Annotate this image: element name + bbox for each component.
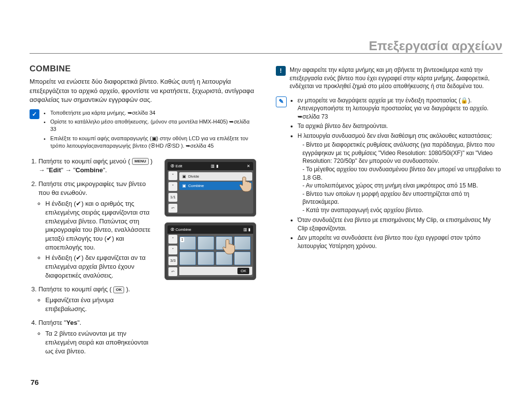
ok-badge-icon: OK: [113, 286, 124, 293]
back-button[interactable]: ⤺: [168, 204, 177, 213]
fig1-title: Edit: [175, 164, 182, 168]
chapter-title: Επεξεργασία αρχείων: [369, 38, 502, 54]
device-screenshot-edit: ⦿ Edit ▥ ▮ ✕ ˄ ˅ 1/1 ⤺: [165, 159, 256, 217]
warning-text: Μην αφαιρείτε την κάρτα μνήμης και μη σβ…: [290, 66, 502, 91]
menu-item-combine[interactable]: ▣ Combine: [179, 182, 252, 190]
video-thumbnail[interactable]: [234, 236, 251, 250]
video-thumbnail[interactable]: [179, 251, 196, 265]
checkbox-icon: ✓: [30, 109, 39, 119]
warning-block: ! Μην αφαιρείτε την κάρτα μνήμης και μη …: [276, 66, 502, 91]
right-column: ! Μην αφαιρείτε την κάρτα μνήμης και μη …: [276, 63, 502, 361]
list-item: Ορίστε το κατάλληλο μέσο αποθήκευσης. (μ…: [50, 118, 256, 133]
combine-icon: ▣: [182, 183, 186, 188]
list-item: Η ένδειξη (✔) δεν εμφανίζεται αν τα επιλ…: [45, 253, 154, 280]
list-item: Τοποθετήστε μια κάρτα μνήμης. ➥σελίδα 34: [50, 109, 256, 117]
list-item: Δεν μπορείτε να συνδυάσετε ένα βίντεο πο…: [298, 234, 502, 250]
video-thumbnail[interactable]: [216, 251, 233, 265]
video-thumbnail[interactable]: [234, 251, 251, 265]
warning-icon: !: [276, 66, 286, 76]
device-figures: ⦿ Edit ▥ ▮ ✕ ˄ ˅ 1/1 ⤺: [161, 157, 256, 286]
close-icon: ✕: [247, 163, 250, 169]
scroll-up-button[interactable]: ˄: [168, 171, 177, 180]
list-item: Η λειτουργία συνδυασμού δεν είναι διαθέσ…: [298, 132, 502, 214]
intro-paragraph: Μπορείτε να ενώσετε δύο διαφορετικά βίντ…: [30, 77, 256, 104]
step-1: Πατήστε το κουμπί αφής μενού ( MENU ) → …: [38, 157, 154, 175]
left-column: COMBINE Μπορείτε να ενώσετε δύο διαφορετ…: [30, 63, 256, 361]
list-item: Βίντεο με διαφορετικές ρυθμίσεις ανάλυση…: [302, 141, 502, 165]
step-list: Πατήστε το κουμπί αφής μενού ( MENU ) → …: [30, 157, 154, 356]
note-icon: ✎: [276, 96, 287, 107]
list-item: Επιλέξτε το κουμπί αφής αναπαραγωγής (▣)…: [50, 135, 256, 150]
note-block: ✎ εν μπορείτε να διαγράψετε αρχεία με τη…: [276, 96, 502, 252]
divide-icon: ▣: [182, 174, 186, 179]
page-number: 76: [31, 378, 39, 386]
back-button[interactable]: ⤺: [168, 267, 177, 276]
list-item: Τα αρχικά βίντεο δεν διατηρούνται.: [298, 122, 502, 130]
menu-badge-icon: MENU: [132, 158, 149, 165]
video-thumbnail[interactable]: [216, 236, 233, 250]
video-thumbnail[interactable]: [198, 251, 214, 265]
list-item: Το μέγεθος αρχείου του συνδυασμένου βίντ…: [302, 165, 502, 182]
menu-item-divide[interactable]: ▣ Divide: [179, 172, 252, 181]
scroll-down-button[interactable]: ˅: [168, 182, 177, 191]
list-item: εν μπορείτε να διαγράψετε αρχεία με την …: [298, 96, 502, 121]
list-item: Αν υπολειπόμενος χώρος στη μνήμη είναι μ…: [302, 182, 502, 190]
prerequisite-list: Τοποθετήστε μια κάρτα μνήμης. ➥σελίδα 34…: [43, 109, 256, 151]
page-indicator: 3/3: [168, 256, 177, 265]
list-item: Βίντεο των οποίων η μορφή αρχείου δεν υπ…: [302, 190, 502, 206]
step-2: Πατήστε στις μικρογραφίες των βίντεο που…: [38, 180, 154, 280]
scroll-up-button[interactable]: ˄: [168, 235, 177, 244]
video-thumbnail[interactable]: [198, 236, 214, 250]
horizontal-rule: [30, 53, 502, 54]
section-heading: COMBINE: [30, 63, 256, 74]
scroll-down-button[interactable]: ˅: [168, 246, 177, 254]
note-list: εν μπορείτε να διαγράψετε αρχεία με την …: [291, 96, 502, 252]
page-indicator: 1/1: [168, 193, 177, 202]
list-item: Εμφανίζεται ένα μήνυμα επιβεβαίωσης.: [45, 296, 154, 313]
list-item: Κατά την αναπαραγωγή ενός αρχείου βίντεο…: [302, 206, 502, 215]
list-item: Όταν συνδυάζετε ένα βίντεο με επισημάνσε…: [298, 216, 502, 232]
video-thumbnail[interactable]: 1: [179, 236, 196, 250]
fig2-title: Combine: [175, 227, 191, 232]
prerequisite-block: ✓ Τοποθετήστε μια κάρτα μνήμης. ➥σελίδα …: [30, 109, 256, 151]
list-item: Τα 2 βίντεο ενώνονται με την επιλεγμένη …: [45, 329, 154, 356]
selection-number: 1: [180, 237, 184, 242]
device-screenshot-combine: ⦿ Combine ▥ ▮ ˄ ˅ 3/3 ⤺: [165, 222, 256, 280]
step-4: Πατήστε "Yes". Τα 2 βίντεο ενώνονται με …: [38, 318, 154, 356]
step-3: Πατήστε το κουμπί αφής ( OK ). Εμφανίζετ…: [38, 285, 154, 313]
ok-button[interactable]: OK: [237, 268, 249, 274]
list-item: Η ένδειξη (✔) και ο αριθμός της επιλεγμέ…: [45, 199, 154, 252]
manual-page: Επεξεργασία αρχείων COMBINE Μπορείτε να …: [0, 0, 532, 407]
thumbnail-grid: 1: [179, 235, 252, 267]
